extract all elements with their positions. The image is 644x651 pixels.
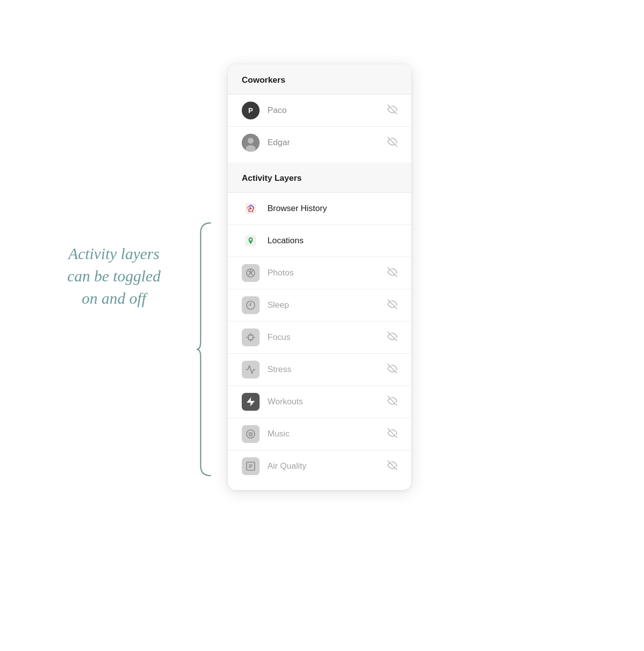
layer-photos[interactable]: Photos	[228, 257, 411, 289]
locations-label: Locations	[268, 236, 397, 246]
music-label: Music	[268, 429, 379, 439]
svg-point-2	[248, 138, 254, 144]
browser-history-icon	[242, 200, 260, 217]
photos-visibility-icon[interactable]	[387, 267, 397, 279]
photos-label: Photos	[268, 268, 379, 278]
panel-bottom-padding	[228, 482, 411, 490]
focus-icon	[242, 328, 260, 346]
workouts-label: Workouts	[268, 397, 379, 407]
stress-label: Stress	[268, 365, 379, 375]
coworker-edgar[interactable]: Edgar	[228, 127, 411, 159]
layer-locations[interactable]: Locations	[228, 225, 411, 257]
bracket-decoration	[196, 218, 215, 481]
browser-history-label: Browser History	[268, 204, 397, 214]
stress-icon	[242, 361, 260, 379]
avatar-paco: P	[242, 102, 260, 119]
paco-visibility-icon[interactable]	[387, 105, 397, 117]
coworkers-header: Coworkers	[228, 64, 411, 94]
stress-visibility-icon[interactable]	[387, 364, 397, 376]
focus-visibility-icon[interactable]	[387, 331, 397, 344]
workouts-visibility-icon[interactable]	[387, 396, 397, 408]
photos-icon	[242, 264, 260, 282]
locations-icon	[242, 232, 260, 250]
workouts-icon	[242, 393, 260, 411]
layer-browser-history[interactable]: Browser History	[228, 193, 411, 224]
avatar-edgar	[242, 134, 260, 152]
svg-rect-14	[248, 335, 253, 339]
sleep-label: Sleep	[268, 300, 379, 310]
layer-air-quality[interactable]: Air Quality	[228, 450, 411, 482]
focus-label: Focus	[268, 332, 379, 342]
coworker-paco[interactable]: P Paco	[228, 95, 411, 126]
music-icon	[242, 425, 260, 443]
svg-marker-21	[247, 397, 255, 406]
sleep-visibility-icon[interactable]	[387, 299, 397, 312]
layer-workouts[interactable]: Workouts	[228, 386, 411, 418]
coworkers-title: Coworkers	[242, 75, 285, 85]
coworker-edgar-name: Edgar	[268, 138, 379, 148]
layer-sleep[interactable]: Sleep	[228, 289, 411, 321]
air-quality-label: Air Quality	[268, 461, 379, 471]
air-quality-visibility-icon[interactable]	[387, 460, 397, 473]
layer-stress[interactable]: Stress	[228, 354, 411, 385]
sleep-icon	[242, 296, 260, 314]
layer-focus[interactable]: Focus	[228, 322, 411, 353]
svg-point-8	[250, 238, 252, 240]
air-quality-icon	[242, 457, 260, 475]
edgar-visibility-icon[interactable]	[387, 137, 397, 149]
activity-layers-header: Activity Layers	[228, 163, 411, 192]
coworker-paco-name: Paco	[268, 106, 379, 115]
annotation-text: Activity layers can be toggled on and of…	[45, 243, 183, 309]
main-panel: Coworkers P Paco Edgar	[228, 64, 411, 490]
layer-music[interactable]: Music	[228, 418, 411, 450]
activity-layers-title: Activity Layers	[242, 173, 302, 183]
svg-point-6	[250, 208, 252, 210]
music-visibility-icon[interactable]	[387, 428, 397, 440]
